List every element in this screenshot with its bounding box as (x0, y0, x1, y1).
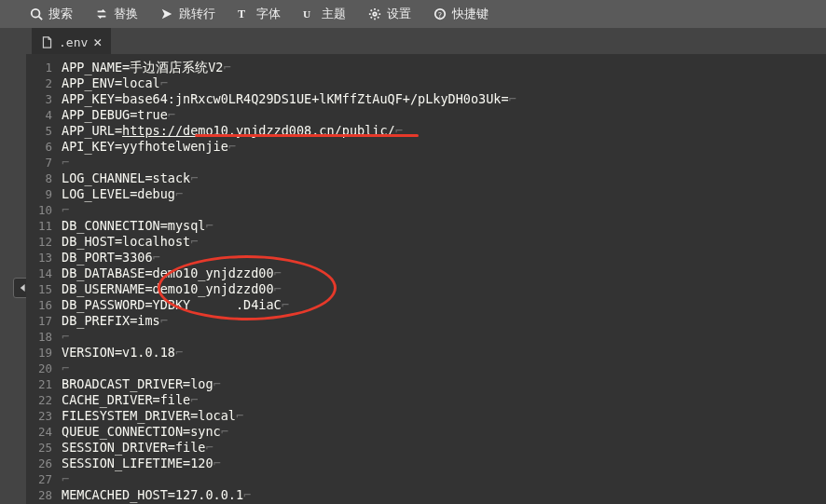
code-line[interactable]: 26SESSION_LIFETIME=120⌐ (26, 456, 826, 471)
close-icon[interactable]: ✕ (93, 34, 102, 50)
toolbar-settings[interactable]: 设置 (357, 0, 422, 28)
toolbar: 搜索 替换 跳转行 T 字体 U 主题 设置 ? 快捷键 (0, 0, 826, 28)
code-line[interactable]: 9LOG_LEVEL=debug⌐ (26, 186, 826, 202)
code-text: BROADCAST_DRIVER=log⌐ (62, 376, 826, 392)
code-line[interactable]: 21BROADCAST_DRIVER=log⌐ (26, 376, 826, 392)
toolbar-hotkeys[interactable]: ? 快捷键 (422, 0, 500, 28)
toolbar-search[interactable]: 搜索 (19, 0, 84, 28)
code-text: ⌐ (62, 361, 826, 376)
code-text: CACHE_DRIVER=file⌐ (62, 392, 826, 408)
code-line[interactable]: 25SESSION_DRIVER=file⌐ (26, 440, 826, 456)
svg-text:?: ? (437, 11, 442, 20)
line-number: 2 (26, 75, 62, 91)
code-text: DB_PORT=3306⌐ (62, 250, 826, 266)
line-number: 23 (26, 408, 62, 424)
code-text: DB_DATABASE=demo10_ynjdzzd00⌐ (62, 266, 826, 281)
line-number: 11 (26, 218, 62, 234)
code-text: QUEUE_CONNECTION=sync⌐ (62, 424, 826, 440)
font-icon: T (238, 7, 251, 20)
code-text: ⌐ (62, 155, 826, 170)
code-text: ⌐ (62, 202, 826, 218)
code-line[interactable]: 7⌐ (26, 155, 826, 170)
toolbar-label: 设置 (387, 6, 411, 22)
svg-point-0 (32, 9, 40, 18)
line-number: 20 (26, 361, 62, 376)
code-line[interactable]: 28MEMCACHED_HOST=127.0.0.1⌐ (26, 487, 826, 503)
code-line[interactable]: 20⌐ (26, 361, 826, 376)
svg-text:T: T (238, 7, 245, 20)
code-line[interactable]: 14DB_DATABASE=demo10_ynjdzzd00⌐ (26, 266, 826, 281)
code-text: MEMCACHED_HOST=127.0.0.1⌐ (62, 487, 826, 503)
sidebar-gutter (0, 54, 26, 504)
toolbar-font[interactable]: T 字体 (227, 0, 292, 28)
code-line[interactable]: 24QUEUE_CONNECTION=sync⌐ (26, 424, 826, 440)
code-line[interactable]: 6API_KEY=yyfhotelwenjie⌐ (26, 139, 826, 155)
code-line[interactable]: 10⌐ (26, 202, 826, 218)
svg-marker-2 (162, 9, 172, 20)
code-line[interactable]: 19VERSION=v1.0.18⌐ (26, 345, 826, 361)
replace-icon (95, 7, 108, 20)
line-number: 25 (26, 440, 62, 456)
code-text: ⌐ (62, 329, 826, 345)
toolbar-goto[interactable]: 跳转行 (149, 0, 227, 28)
line-number: 5 (26, 123, 62, 139)
code-line[interactable]: 23FILESYSTEM_DRIVER=local⌐ (26, 408, 826, 424)
code-line[interactable]: 22CACHE_DRIVER=file⌐ (26, 392, 826, 408)
line-number: 8 (26, 170, 62, 186)
theme-icon: U (303, 7, 316, 20)
code-text: DB_USERNAME=demo10_ynjdzzd00⌐ (62, 281, 826, 297)
toolbar-theme[interactable]: U 主题 (292, 0, 357, 28)
code-line[interactable]: 17DB_PREFIX=ims⌐ (26, 313, 826, 329)
toolbar-label: 主题 (322, 6, 346, 22)
code-line[interactable]: 15DB_USERNAME=demo10_ynjdzzd00⌐ (26, 281, 826, 297)
code-line[interactable]: 3APP_KEY=base64:jnRxcw0LR4Q29DS1UE+lKMff… (26, 91, 826, 107)
code-line[interactable]: 13DB_PORT=3306⌐ (26, 250, 826, 266)
code-line[interactable]: 27⌐ (26, 471, 826, 487)
gear-icon (368, 7, 381, 20)
svg-point-5 (373, 12, 377, 16)
toolbar-label: 字体 (256, 6, 281, 22)
svg-text:U: U (303, 8, 310, 20)
code-text: APP_NAME=手边酒店系统V2⌐ (62, 60, 826, 75)
tab-env[interactable]: .env ✕ (32, 28, 111, 54)
search-icon (30, 7, 43, 20)
code-line[interactable]: 5APP_URL=https://demo10.ynjdzzd008.cn/pu… (26, 123, 826, 139)
code-text: APP_ENV=local⌐ (62, 75, 826, 91)
code-line[interactable]: 8LOG_CHANNEL=stack⌐ (26, 170, 826, 186)
line-number: 3 (26, 91, 62, 107)
code-text: DB_CONNECTION=mysql⌐ (62, 218, 826, 234)
code-text: ⌐ (62, 471, 826, 487)
line-number: 21 (26, 376, 62, 392)
toolbar-label: 跳转行 (179, 6, 215, 22)
code-line[interactable]: 2APP_ENV=local⌐ (26, 75, 826, 91)
code-text: SESSION_DRIVER=file⌐ (62, 440, 826, 456)
line-number: 26 (26, 456, 62, 471)
line-number: 18 (26, 329, 62, 345)
toolbar-replace[interactable]: 替换 (84, 0, 149, 28)
line-number: 9 (26, 186, 62, 202)
line-number: 27 (26, 471, 62, 487)
toolbar-label: 搜索 (48, 6, 73, 22)
file-icon (41, 36, 53, 48)
code-line[interactable]: 16DB_PASSWORD=YDBKY .D4iaC⌐ (26, 297, 826, 313)
line-number: 1 (26, 60, 62, 75)
code-area[interactable]: 1APP_NAME=手边酒店系统V2⌐2APP_ENV=local⌐3APP_K… (26, 54, 826, 504)
code-line[interactable]: 12DB_HOST=localhost⌐ (26, 234, 826, 250)
code-line[interactable]: 18⌐ (26, 329, 826, 345)
code-text: LOG_CHANNEL=stack⌐ (62, 170, 826, 186)
code-line[interactable]: 4APP_DEBUG=true⌐ (26, 107, 826, 123)
line-number: 7 (26, 155, 62, 170)
code-line[interactable]: 1APP_NAME=手边酒店系统V2⌐ (26, 60, 826, 75)
line-number: 22 (26, 392, 62, 408)
line-number: 4 (26, 107, 62, 123)
code-text: APP_KEY=base64:jnRxcw0LR4Q29DS1UE+lKMffZ… (62, 91, 826, 107)
code-text: LOG_LEVEL=debug⌐ (62, 186, 826, 202)
code-line[interactable]: 11DB_CONNECTION=mysql⌐ (26, 218, 826, 234)
code-text: FILESYSTEM_DRIVER=local⌐ (62, 408, 826, 424)
line-number: 19 (26, 345, 62, 361)
hotkey-icon: ? (434, 7, 447, 20)
line-number: 24 (26, 424, 62, 440)
goto-icon (160, 7, 173, 20)
editor: 1APP_NAME=手边酒店系统V2⌐2APP_ENV=local⌐3APP_K… (0, 54, 826, 504)
tab-bar: .env ✕ (0, 28, 826, 54)
